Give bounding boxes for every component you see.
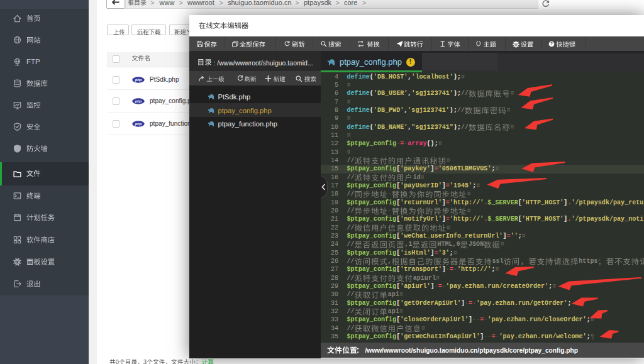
svg-text:php: php <box>134 99 142 103</box>
svg-text:?: ? <box>550 42 553 47</box>
svg-text:php: php <box>134 78 142 82</box>
svg-text:php: php <box>134 122 142 126</box>
